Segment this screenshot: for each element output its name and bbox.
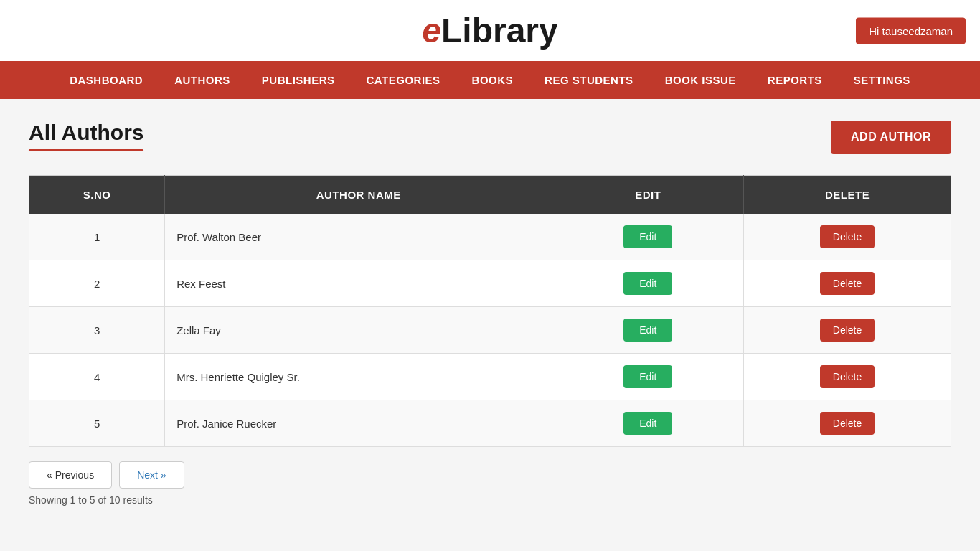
cell-sno: 1: [29, 214, 165, 260]
main-nav: DASHBOARD AUTHORS PUBLISHERS CATEGORIES …: [0, 61, 980, 99]
cell-edit: Edit: [552, 260, 744, 307]
edit-button[interactable]: Edit: [623, 412, 672, 435]
delete-button[interactable]: Delete: [820, 412, 875, 435]
delete-button[interactable]: Delete: [820, 225, 875, 248]
cell-author-name: Zella Fay: [165, 307, 552, 354]
table-row: 4 Mrs. Henriette Quigley Sr. Edit Delete: [29, 354, 951, 400]
page-title: All Authors: [29, 121, 144, 145]
pagination: « Previous Next »: [29, 461, 951, 489]
cell-edit: Edit: [552, 354, 744, 400]
pagination-info: Showing 1 to 5 of 10 results: [29, 494, 951, 506]
cell-sno: 4: [29, 354, 165, 400]
nav-authors[interactable]: AUTHORS: [159, 61, 246, 99]
page-header: All Authors ADD AUTHOR: [29, 121, 951, 154]
cell-sno: 5: [29, 400, 165, 447]
table-row: 5 Prof. Janice Ruecker Edit Delete: [29, 400, 951, 447]
table-row: 1 Prof. Walton Beer Edit Delete: [29, 214, 951, 260]
nav-settings[interactable]: SETTINGS: [838, 61, 926, 99]
nav-dashboard[interactable]: DASHBOARD: [54, 61, 159, 99]
authors-table: S.NO AUTHOR NAME EDIT DELETE 1 Prof. Wal…: [29, 175, 951, 447]
page-title-wrap: All Authors: [29, 121, 144, 151]
cell-author-name: Prof. Janice Ruecker: [165, 400, 552, 447]
cell-delete: Delete: [744, 354, 951, 400]
main-content: All Authors ADD AUTHOR S.NO AUTHOR NAME …: [0, 99, 980, 527]
cell-delete: Delete: [744, 260, 951, 307]
delete-button[interactable]: Delete: [820, 272, 875, 295]
cell-sno: 3: [29, 307, 165, 354]
top-header: eLibrary Hi tauseedzaman: [0, 0, 980, 61]
cell-author-name: Mrs. Henriette Quigley Sr.: [165, 354, 552, 400]
cell-edit: Edit: [552, 400, 744, 447]
edit-button[interactable]: Edit: [623, 272, 672, 295]
prev-button[interactable]: « Previous: [29, 461, 112, 489]
nav-categories[interactable]: CATEGORIES: [351, 61, 456, 99]
nav-reg-students[interactable]: REG STUDENTS: [529, 61, 649, 99]
delete-button[interactable]: Delete: [820, 365, 875, 388]
table-row: 3 Zella Fay Edit Delete: [29, 307, 951, 354]
col-edit: EDIT: [552, 176, 744, 215]
cell-edit: Edit: [552, 214, 744, 260]
logo-text: Library: [441, 11, 558, 50]
edit-button[interactable]: Edit: [623, 365, 672, 388]
edit-button[interactable]: Edit: [623, 225, 672, 248]
col-delete: DELETE: [744, 176, 951, 215]
nav-books[interactable]: BOOKS: [456, 61, 529, 99]
edit-button[interactable]: Edit: [623, 319, 672, 342]
cell-author-name: Rex Feest: [165, 260, 552, 307]
next-button[interactable]: Next »: [119, 461, 184, 489]
cell-delete: Delete: [744, 307, 951, 354]
table-row: 2 Rex Feest Edit Delete: [29, 260, 951, 307]
title-underline: [29, 149, 143, 151]
cell-delete: Delete: [744, 400, 951, 447]
cell-sno: 2: [29, 260, 165, 307]
add-author-button[interactable]: ADD AUTHOR: [831, 121, 951, 154]
delete-button[interactable]: Delete: [820, 319, 875, 342]
col-author-name: AUTHOR NAME: [165, 176, 552, 215]
cell-delete: Delete: [744, 214, 951, 260]
cell-edit: Edit: [552, 307, 744, 354]
col-sno: S.NO: [29, 176, 165, 215]
table-header-row: S.NO AUTHOR NAME EDIT DELETE: [29, 176, 951, 215]
hi-user-button[interactable]: Hi tauseedzaman: [856, 17, 966, 44]
logo-e: e: [422, 11, 441, 50]
nav-book-issue[interactable]: BOOK ISSUE: [649, 61, 752, 99]
nav-reports[interactable]: REPORTS: [752, 61, 838, 99]
logo: eLibrary: [422, 11, 557, 50]
cell-author-name: Prof. Walton Beer: [165, 214, 552, 260]
nav-publishers[interactable]: PUBLISHERS: [246, 61, 351, 99]
